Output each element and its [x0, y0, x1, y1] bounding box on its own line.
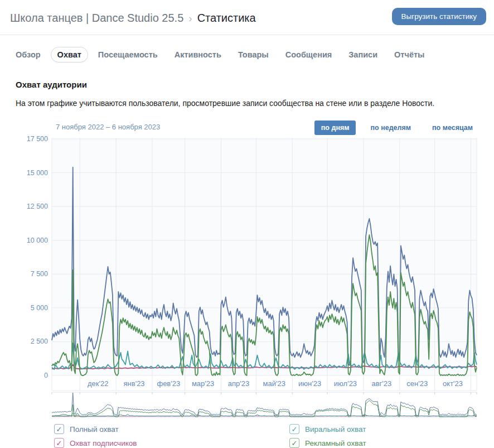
y-axis-label: 7 500: [14, 269, 48, 278]
mode-по дням[interactable]: по дням: [314, 121, 356, 135]
main-chart-plot-area[interactable]: [52, 138, 477, 375]
export-statistics-button[interactable]: Выгрузить статистику: [392, 8, 486, 25]
y-axis-label: 2 500: [14, 337, 48, 346]
legend-checkbox[interactable]: ✓: [54, 438, 64, 448]
x-axis-label: авг'23: [362, 379, 401, 388]
x-axis-label: сен'23: [398, 379, 437, 388]
legend-item-Рекламный охват[interactable]: ✓Рекламный охват: [289, 436, 468, 448]
community-name[interactable]: Школа танцев | Dance Studio 25.5: [10, 12, 183, 24]
mode-по месяцам[interactable]: по месяцам: [425, 121, 480, 135]
x-axis-label: июл'23: [326, 379, 365, 388]
legend-label: Рекламный охват: [305, 439, 366, 447]
legend-checkbox[interactable]: ✓: [289, 438, 299, 448]
section-description: На этом графике учитываются пользователи…: [16, 99, 434, 108]
y-axis-label: 17 500: [14, 134, 48, 143]
tab-Товары[interactable]: Товары: [231, 47, 275, 62]
x-axis-label: янв'23: [115, 379, 154, 388]
tab-Активность[interactable]: Активность: [168, 47, 228, 62]
breadcrumb: Школа танцев | Dance Studio 25.5›Статист…: [10, 9, 256, 27]
y-axis-label: 0: [14, 371, 48, 380]
tab-Сообщения[interactable]: Сообщения: [279, 47, 339, 62]
legend-item-Охват подписчиков[interactable]: ✓Охват подписчиков: [54, 436, 289, 448]
legend-checkbox[interactable]: ✓: [54, 424, 64, 434]
x-axis-label: окт'23: [433, 379, 472, 388]
y-axis-label: 12 500: [14, 202, 48, 211]
x-axis-label: май'23: [255, 379, 294, 388]
granularity-switcher: по днямпо неделямпо месяцам: [307, 121, 480, 135]
tab-Посещаемость[interactable]: Посещаемость: [91, 47, 164, 62]
legend-label: Виральный охват: [305, 425, 366, 433]
legend-label: Полный охват: [70, 425, 119, 433]
mode-по неделям[interactable]: по неделям: [364, 121, 418, 135]
tab-Записи[interactable]: Записи: [342, 47, 384, 62]
tab-Отчёты[interactable]: Отчёты: [388, 47, 431, 62]
x-axis-label: июн'23: [290, 379, 330, 388]
legend-checkbox[interactable]: ✓: [289, 424, 299, 434]
y-axis-label: 15 000: [14, 168, 48, 177]
y-axis-label: 10 000: [14, 236, 48, 245]
legend-item-Полный охват[interactable]: ✓Полный охват: [54, 422, 289, 436]
statistics-tabs: ОбзорОхватПосещаемостьАктивностьТоварыСо…: [9, 47, 434, 62]
x-axis-label: фев'23: [149, 379, 188, 388]
x-axis-label: апр'23: [219, 379, 258, 388]
date-range-label[interactable]: 7 ноября 2022 – 6 ноября 2023: [56, 123, 160, 131]
x-axis-label: дек'22: [79, 379, 118, 388]
tab-Охват[interactable]: Охват: [51, 47, 88, 62]
section-title: Охват аудитории: [16, 80, 87, 89]
page-title: Статистика: [197, 12, 256, 24]
legend-item-Виральный охват[interactable]: ✓Виральный охват: [289, 422, 468, 436]
x-axis-label: мар'23: [183, 379, 222, 388]
tab-Обзор[interactable]: Обзор: [9, 47, 47, 62]
legend-label: Охват подписчиков: [70, 439, 137, 447]
chart-legend: ✓Полный охват✓Охват подписчиков✓Виральны…: [54, 422, 468, 448]
y-axis-label: 5 000: [14, 304, 48, 312]
chevron-right-icon: ›: [188, 12, 192, 24]
header-divider: [0, 35, 494, 35]
mini-chart-brush[interactable]: [52, 392, 477, 417]
